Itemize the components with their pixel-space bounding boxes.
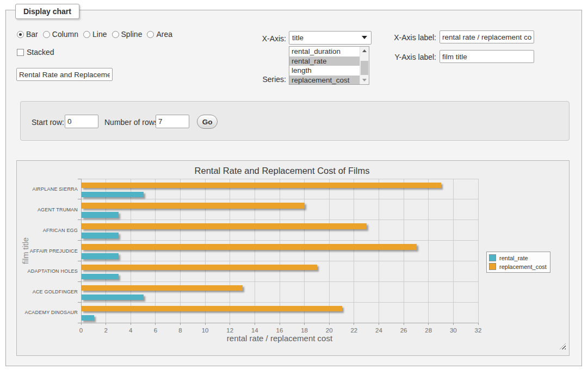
num-rows-label: Number of rows: [104, 118, 160, 127]
y-tick-mark [78, 179, 81, 179]
gridline-vertical [354, 179, 354, 323]
bar-replacement_cost [82, 285, 243, 291]
x-tick-label: 16 [271, 327, 288, 334]
radio-area-label: Area [156, 30, 172, 39]
series-option-replacement_cost[interactable]: replacement_cost [289, 76, 360, 85]
radio-spline[interactable]: Spline [112, 30, 143, 39]
bar-rental_rate [82, 315, 94, 321]
chart-container: Rental Rate and Replacement Cost of Film… [16, 160, 570, 356]
bar-rental_rate [82, 212, 119, 218]
x-tick-label: 24 [371, 327, 387, 334]
gridline-vertical [230, 179, 230, 323]
x-tick-mark [304, 323, 305, 325]
y-tick-mark [78, 220, 81, 220]
radio-bar-icon[interactable] [17, 31, 24, 38]
chart-type-radio-group: Bar Column Line Spline Area [17, 30, 172, 39]
x-tick-mark [329, 323, 330, 325]
series-listbox[interactable]: rental_durationrental_ratelengthreplacem… [289, 46, 369, 85]
gridline-vertical [478, 179, 479, 323]
go-button[interactable]: Go [197, 115, 218, 129]
x-tick-label: 2 [98, 327, 114, 334]
gridline-horizontal [81, 179, 478, 179]
y-axis-label-input[interactable] [440, 50, 534, 63]
y-tick-mark [78, 302, 81, 303]
x-tick-label: 10 [197, 327, 213, 334]
x-tick-label: 20 [321, 327, 337, 334]
chart-plot-area [81, 179, 478, 323]
scroll-up-icon[interactable] [360, 47, 369, 55]
x-tick-mark [379, 323, 379, 325]
bar-rental_rate [82, 233, 119, 239]
radio-line[interactable]: Line [83, 30, 107, 39]
legend-item: rental_rate [489, 254, 547, 261]
y-axis-label-label: Y-Axis label: [391, 53, 436, 61]
x-tick-mark [280, 323, 280, 325]
bar-rental_rate [82, 294, 144, 300]
series-option-rental_duration[interactable]: rental_duration [289, 47, 360, 57]
legend-swatch-icon [489, 263, 496, 270]
stacked-label: Stacked [27, 48, 54, 57]
series-options: rental_durationrental_ratelengthreplacem… [289, 47, 360, 84]
scroll-down-icon[interactable] [360, 76, 369, 84]
radio-area-icon[interactable] [147, 31, 154, 38]
x-axis-select[interactable]: title [289, 31, 372, 45]
gridline-horizontal [81, 240, 478, 241]
start-row-input[interactable] [65, 115, 98, 128]
x-tick-mark [428, 323, 429, 325]
x-axis-select-value: title [292, 34, 304, 42]
x-tick-mark [255, 323, 255, 325]
bar-replacement_cost [82, 244, 417, 250]
x-tick-mark [81, 323, 82, 325]
scrollbar-thumb[interactable] [361, 61, 368, 75]
y-tick-mark [78, 281, 81, 282]
radio-bar[interactable]: Bar [17, 30, 38, 39]
chart-title-input[interactable] [16, 68, 113, 81]
radio-column[interactable]: Column [43, 30, 78, 39]
gridline-vertical [180, 179, 181, 323]
legend-swatch-icon [489, 254, 496, 261]
gridline-vertical [379, 179, 379, 323]
gridline-horizontal [81, 261, 478, 261]
x-tick-mark [205, 323, 206, 325]
y-axis-line [81, 179, 82, 323]
stacked-checkbox[interactable] [17, 49, 24, 56]
x-tick-label: 4 [122, 327, 139, 334]
chart-title: Rental Rate and Replacement Cost of Film… [17, 166, 547, 176]
series-option-rental_rate[interactable]: rental_rate [289, 57, 360, 66]
rows-panel [20, 101, 570, 141]
x-tick-label: 0 [73, 327, 89, 334]
x-axis-select-label: X-Axis: [243, 34, 286, 43]
gridline-vertical [280, 179, 280, 323]
radio-spline-icon[interactable] [112, 31, 119, 38]
chart-x-axis-title: rental rate / replacement cost [81, 334, 478, 343]
stacked-checkbox-row[interactable]: Stacked [17, 48, 54, 57]
legend-item: replacement_cost [489, 263, 547, 270]
x-tick-mark [404, 323, 404, 325]
radio-bar-label: Bar [26, 30, 38, 39]
x-tick-mark [131, 323, 131, 325]
x-tick-label: 32 [470, 327, 486, 334]
x-axis-label-input[interactable] [440, 30, 534, 43]
chart-legend: rental_ratereplacement_cost [486, 252, 550, 273]
x-tick-label: 22 [346, 327, 362, 334]
x-tick-mark [230, 323, 230, 325]
radio-column-label: Column [52, 30, 78, 39]
x-tick-label: 6 [147, 327, 164, 334]
resize-grip-icon[interactable] [560, 343, 566, 349]
gridline-vertical [155, 179, 156, 323]
gridline-horizontal [81, 220, 478, 220]
x-tick-label: 26 [395, 327, 412, 334]
gridline-vertical [205, 179, 206, 323]
category-label: ACADEMY DINOSAUR [21, 310, 78, 315]
category-label: AIRPLANE SIERRA [21, 186, 78, 192]
num-rows-input[interactable] [156, 115, 189, 128]
radio-line-icon[interactable] [83, 31, 90, 38]
x-tick-label: 30 [445, 327, 461, 334]
radio-line-label: Line [92, 30, 107, 39]
radio-column-icon[interactable] [43, 31, 50, 38]
series-option-length[interactable]: length [289, 66, 360, 76]
series-scrollbar[interactable] [360, 47, 369, 84]
gridline-vertical [329, 179, 330, 323]
radio-area[interactable]: Area [147, 30, 172, 39]
fieldset-legend: Display chart [15, 4, 79, 19]
